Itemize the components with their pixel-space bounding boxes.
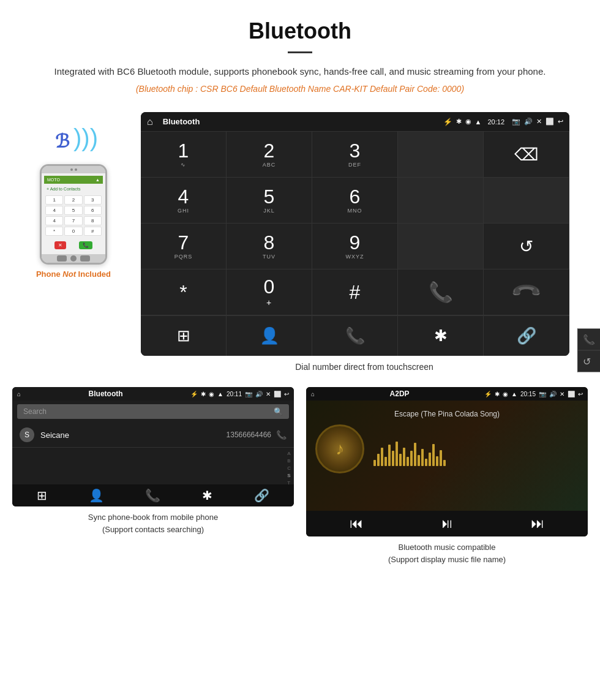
- dial-backspace-btn[interactable]: ⌫: [484, 132, 569, 178]
- screen-icon[interactable]: ⬜: [546, 118, 554, 126]
- dial-refresh-btn[interactable]: ↺: [484, 224, 569, 269]
- eq-bar-10: [407, 457, 409, 466]
- dial-bottom-link[interactable]: 🔗: [484, 316, 569, 356]
- dial-key-7[interactable]: 7 PQRS: [141, 224, 227, 269]
- music-status-bar: ⌂ A2DP ⚡ ✱ ◉ ▲ 20:15 📷 🔊 ✕ ⬜ ↩: [306, 387, 588, 401]
- eq-bar-15: [425, 459, 427, 466]
- dial-key-3[interactable]: 3 DEF: [312, 132, 398, 178]
- phone-key-0: 0: [64, 227, 82, 236]
- phone-key-hash: #: [84, 227, 102, 236]
- dial-hangup-btn[interactable]: 📞: [484, 269, 569, 315]
- contacts-close[interactable]: ✕: [266, 391, 271, 397]
- phone-key-7: 4: [45, 216, 63, 225]
- dial-bottom-bluetooth[interactable]: ✱: [398, 316, 484, 356]
- contacts-bt-icon[interactable]: ✱: [202, 488, 212, 503]
- phone-camera: [75, 168, 77, 171]
- contacts-search-bar[interactable]: Search 🔍: [17, 404, 289, 419]
- eq-bar-4: [384, 457, 387, 466]
- signal-icon: ▲: [475, 118, 482, 126]
- phone-container: ))) ℬ MOTO ▲ + Add to Contacts 1 2 3 4 5: [12, 112, 135, 279]
- eq-bar-6: [392, 451, 394, 466]
- contacts-home-icon[interactable]: ⌂: [17, 391, 21, 397]
- contact-row-seicane[interactable]: S Seicane 13566664466 📞: [12, 423, 294, 448]
- contacts-back[interactable]: ↩: [284, 391, 289, 397]
- eq-bar-17: [432, 444, 435, 466]
- contacts-grid-icon[interactable]: ⊞: [37, 488, 47, 503]
- phone-not-included-label: Phone Not Included: [36, 269, 111, 279]
- music-home-icon[interactable]: ⌂: [311, 391, 315, 397]
- location-icon: ◉: [465, 118, 471, 126]
- play-pause-icon[interactable]: ⏯: [440, 516, 454, 532]
- alphabet-sidebar: ABCST: [287, 451, 291, 486]
- music-block: ⌂ A2DP ⚡ ✱ ◉ ▲ 20:15 📷 🔊 ✕ ⬜ ↩ Escape (T…: [306, 387, 588, 565]
- music-vol[interactable]: 🔊: [549, 391, 557, 397]
- dial-call-btn[interactable]: 📞: [398, 269, 484, 315]
- close-icon[interactable]: ✕: [536, 118, 542, 126]
- page-header: Bluetooth Integrated with BC6 Bluetooth …: [0, 0, 600, 106]
- eq-bar-9: [403, 448, 405, 466]
- contacts-vol[interactable]: 🔊: [255, 391, 263, 397]
- eq-bar-11: [410, 451, 413, 466]
- music-screenshot: ⌂ A2DP ⚡ ✱ ◉ ▲ 20:15 📷 🔊 ✕ ⬜ ↩ Escape (T…: [306, 387, 588, 536]
- dial-bottom-phone[interactable]: 📞: [312, 316, 398, 356]
- wifi-icon: ))): [73, 124, 98, 152]
- contacts-link-icon[interactable]: 🔗: [254, 488, 269, 503]
- music-bt: ✱: [495, 391, 500, 397]
- phone-brand: MOTO: [47, 178, 60, 182]
- back-icon[interactable]: ↩: [558, 118, 563, 126]
- dial-screen: ⌂ Bluetooth ⚡ ✱ ◉ ▲ 20:12 📷 🔊 ✕ ⬜ ↩ 1 ∿: [141, 112, 569, 356]
- eq-bar-16: [429, 453, 431, 466]
- dial-bottom-grid[interactable]: ⊞: [141, 316, 227, 356]
- eq-bar-12: [414, 443, 416, 466]
- contacts-screen[interactable]: ⬜: [274, 391, 281, 397]
- dial-key-4[interactable]: 4 GHI: [141, 178, 227, 224]
- dial-empty-1: [398, 132, 484, 178]
- contacts-block: ⌂ Bluetooth ⚡ ✱ ◉ ▲ 20:11 📷 🔊 ✕ ⬜ ↩ Sear…: [12, 387, 294, 565]
- music-signal: ▲: [511, 391, 517, 397]
- phone-call-buttons: ✕ 📞: [44, 239, 103, 252]
- eq-bar-20: [443, 460, 446, 466]
- dial-empty-3: [484, 178, 569, 224]
- music-back[interactable]: ↩: [578, 391, 583, 397]
- dial-key-5[interactable]: 5 JKL: [227, 178, 312, 224]
- contacts-phone-icon[interactable]: 📞: [145, 488, 160, 503]
- search-placeholder: Search: [23, 407, 47, 416]
- camera-icon[interactable]: 📷: [512, 118, 520, 126]
- dial-key-8[interactable]: 8 TUV: [227, 224, 312, 269]
- phone-speaker: [70, 168, 73, 171]
- dial-bottom-contacts[interactable]: 👤: [227, 316, 312, 356]
- eq-bar-2: [377, 454, 380, 466]
- eq-bar-18: [436, 456, 438, 466]
- home-icon[interactable]: ⌂: [147, 116, 153, 127]
- dial-key-hash[interactable]: #: [312, 269, 398, 315]
- contacts-user-icon[interactable]: 👤: [89, 488, 104, 503]
- bottom-screenshots: ⌂ Bluetooth ⚡ ✱ ◉ ▲ 20:11 📷 🔊 ✕ ⬜ ↩ Sear…: [0, 387, 600, 578]
- dial-key-0[interactable]: 0 +: [227, 269, 312, 315]
- phone-screen-header: MOTO ▲: [44, 176, 103, 184]
- music-usb: ⚡: [484, 391, 492, 397]
- music-close[interactable]: ✕: [560, 391, 564, 397]
- next-icon[interactable]: ⏭: [531, 516, 544, 532]
- dial-key-2[interactable]: 2 ABC: [227, 132, 312, 178]
- contacts-bt: ✱: [201, 391, 206, 397]
- prev-icon[interactable]: ⏮: [350, 516, 363, 532]
- music-screen[interactable]: ⬜: [568, 391, 575, 397]
- volume-icon[interactable]: 🔊: [524, 118, 533, 126]
- backspace-icon: ⌫: [514, 145, 539, 165]
- phone-key-5: 5: [64, 206, 82, 215]
- dial-key-6[interactable]: 6 MNO: [312, 178, 398, 224]
- bluetooth-icon: ℬ: [55, 130, 70, 152]
- contact-initial: S: [20, 427, 34, 442]
- dial-key-star[interactable]: *: [141, 269, 227, 315]
- music-note-icon: ♪: [336, 439, 344, 459]
- dial-key-1[interactable]: 1 ∿: [141, 132, 227, 178]
- contacts-signal: ▲: [217, 391, 223, 397]
- search-icon: 🔍: [274, 407, 283, 416]
- eq-bar-1: [373, 460, 376, 466]
- dial-keypad: 1 ∿ 2 ABC 3 DEF ⌫ 4 GHI: [141, 131, 569, 315]
- music-camera[interactable]: 📷: [539, 391, 546, 397]
- contact-phone-icon[interactable]: 📞: [276, 430, 287, 440]
- music-title: A2DP: [318, 390, 481, 398]
- dial-key-9[interactable]: 9 WXYZ: [312, 224, 398, 269]
- contacts-camera[interactable]: 📷: [245, 391, 252, 397]
